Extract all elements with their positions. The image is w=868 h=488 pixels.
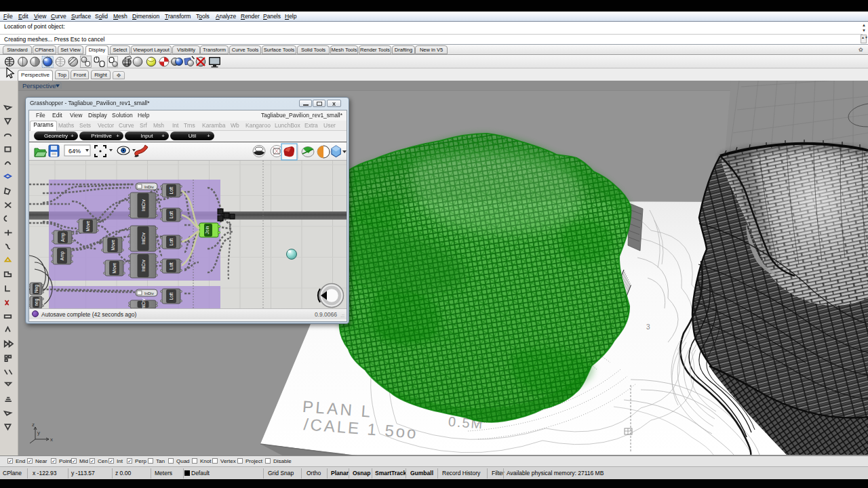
svg-text:Loft: Loft	[169, 186, 174, 194]
svg-text:InDiv: InDiv	[144, 185, 154, 189]
svg-text:3: 3	[646, 323, 650, 331]
svg-text:InDiv: InDiv	[144, 291, 154, 296]
svg-text:Loft: Loft	[169, 292, 174, 300]
svg-text:IntCrv: IntCrv	[141, 298, 146, 308]
svg-text:IntCrv: IntCrv	[141, 232, 146, 245]
svg-text:z: z	[32, 422, 35, 428]
svg-text:y: y	[37, 430, 40, 436]
svg-text:Move: Move	[112, 262, 117, 273]
svg-text:Move: Move	[111, 239, 115, 250]
svg-text:IntCrv: IntCrv	[141, 260, 146, 272]
svg-text:64%: 64%	[68, 148, 81, 155]
svg-text:Amp: Amp	[60, 251, 65, 260]
svg-text:neg: neg	[34, 298, 39, 306]
svg-text:Amp: Amp	[60, 232, 66, 242]
svg-text:Loft: Loft	[169, 211, 174, 218]
svg-text:Neg: Neg	[34, 285, 39, 293]
svg-text:Loft: Loft	[169, 262, 174, 270]
svg-text:IntCrv: IntCrv	[141, 199, 146, 211]
svg-text:x: x	[50, 436, 53, 443]
svg-text:Move: Move	[85, 220, 90, 231]
svg-text:Perspective: Perspective	[22, 82, 56, 89]
svg-text:Join: Join	[205, 226, 210, 234]
svg-text:Loft: Loft	[169, 238, 174, 245]
